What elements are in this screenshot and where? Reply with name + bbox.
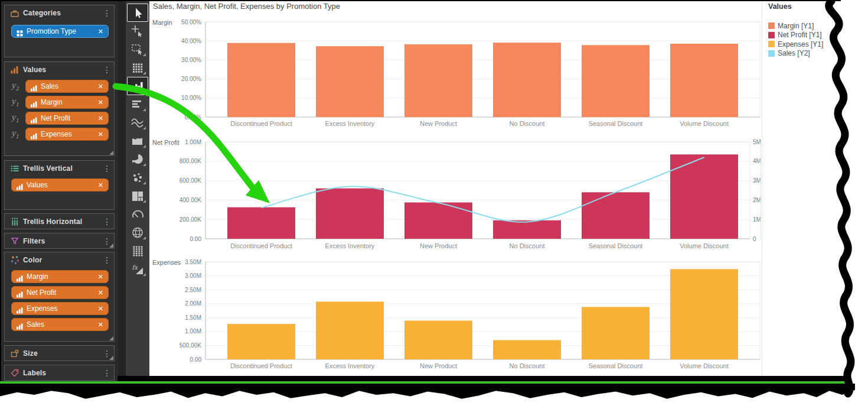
legend-swatch — [768, 32, 775, 38]
field-pill-sales[interactable]: Sales✕ — [25, 80, 109, 93]
expenses-bar-4[interactable] — [582, 307, 650, 359]
field-pill-margin[interactable]: Margin✕ — [11, 270, 109, 283]
panel-resize-corner[interactable] — [109, 244, 113, 248]
submenu-corner-icon — [143, 181, 146, 184]
field-pill-label: Net Profit — [41, 114, 92, 122]
y-tick-label: 2.50M — [185, 287, 201, 293]
legend-item[interactable]: Sales [Y2] — [768, 49, 823, 59]
svg-text:fx: fx — [132, 264, 139, 271]
margin-bar-2[interactable] — [404, 44, 472, 117]
tag-icon — [10, 368, 19, 378]
x-category-label: Volume Discount — [680, 242, 729, 249]
y-tick-label: 500.00K — [180, 342, 202, 349]
toolbar-grid-view[interactable] — [126, 59, 149, 77]
field-pill-sales[interactable]: Sales✕ — [11, 318, 109, 331]
chart-canvas: Sales, Margin, Net Profit, Expenses by P… — [149, 0, 762, 376]
toolbar-pictograph-chart[interactable] — [126, 242, 149, 260]
x-category-label: Discontinued Product — [230, 362, 292, 369]
remove-field-icon[interactable]: ✕ — [96, 273, 103, 281]
toolbar-column-chart[interactable] — [126, 77, 149, 95]
expenses-bar-0[interactable] — [227, 324, 295, 359]
remove-field-icon[interactable]: ✕ — [96, 305, 103, 313]
legend-item[interactable]: Margin [Y1] — [768, 21, 823, 31]
field-pill-expenses[interactable]: Expenses✕ — [11, 302, 109, 315]
x-category-label: Excess Inventory — [325, 242, 375, 249]
margin-bar-3[interactable] — [493, 43, 561, 117]
panel-categories: Categories⋮Promotion Type✕ — [4, 5, 115, 57]
field-pill-label: Values — [27, 181, 92, 189]
expenses-bar-5[interactable] — [670, 269, 738, 359]
remove-field-icon[interactable]: ✕ — [96, 99, 103, 106]
panel-resize-corner[interactable] — [109, 356, 113, 360]
toolbar-map-chart[interactable] — [126, 223, 149, 242]
net-profit-bar-0[interactable] — [227, 207, 295, 239]
net-profit-bar-2[interactable] — [404, 203, 472, 239]
trellis-axis-name: Expenses — [152, 259, 181, 266]
y2-tick-label: 3M — [753, 177, 761, 184]
toolbar-treemap-chart[interactable] — [126, 187, 149, 205]
net-profit-bar-3[interactable] — [493, 220, 561, 239]
panel-header-size: Size⋮ — [5, 346, 114, 361]
margin-bar-1[interactable] — [316, 46, 384, 117]
field-pill-margin[interactable]: Margin✕ — [25, 96, 109, 109]
field-row: Values✕ — [11, 178, 109, 191]
values-bars-icon — [10, 65, 19, 74]
panel-resize-corner[interactable] — [109, 151, 113, 155]
y-tick-label: 10.00% — [181, 95, 201, 101]
legend-swatch — [768, 41, 775, 47]
panel-header-color: Color⋮ — [5, 252, 114, 267]
toolbar-pie-chart[interactable] — [126, 150, 149, 168]
legend-label: Expenses [Y1] — [778, 40, 823, 48]
field-row: Expenses✕ — [11, 302, 109, 315]
toolbar-point-select-tool[interactable] — [126, 22, 149, 40]
toolbar-select-tool[interactable] — [126, 4, 149, 22]
legend-item[interactable]: Net Profit [Y1] — [768, 31, 823, 40]
panel-resize-corner[interactable] — [109, 336, 113, 340]
margin-bar-5[interactable] — [670, 44, 738, 117]
y-tick-label: 2.00M — [185, 300, 201, 307]
toolbar-scatter-chart[interactable] — [126, 168, 149, 187]
panel-menu-icon[interactable]: ⋮ — [102, 9, 112, 17]
field-pill-expenses[interactable]: Expenses✕ — [25, 128, 109, 141]
legend-swatch — [768, 22, 775, 29]
margin-bar-4[interactable] — [582, 45, 650, 117]
remove-field-icon[interactable]: ✕ — [96, 321, 103, 329]
expenses-bar-2[interactable] — [404, 321, 472, 360]
toolbar-lasso-select-tool[interactable] — [126, 40, 149, 59]
toolbar-bar-chart[interactable] — [126, 95, 149, 113]
remove-field-icon[interactable]: ✕ — [96, 181, 103, 189]
field-pill-values[interactable]: Values✕ — [11, 178, 109, 191]
net-profit-bar-4[interactable] — [582, 192, 650, 239]
field-pill-net-profit[interactable]: Net Profit✕ — [25, 112, 109, 125]
panel-menu-icon[interactable]: ⋮ — [102, 218, 112, 226]
toolbar-gauge-chart[interactable] — [126, 205, 149, 223]
remove-field-icon[interactable]: ✕ — [96, 289, 103, 297]
legend-item[interactable]: Expenses [Y1] — [768, 40, 823, 49]
toolbar-line-chart[interactable] — [126, 113, 149, 132]
toolbar-area-chart[interactable] — [126, 132, 149, 150]
field-pill-net-profit[interactable]: Net Profit✕ — [11, 286, 109, 299]
panel-header-labels: Labels⋮ — [5, 365, 114, 380]
expenses-bar-3[interactable] — [493, 340, 561, 360]
toolbar-calculated-chart[interactable]: fx — [126, 260, 149, 278]
margin-bar-0[interactable] — [227, 43, 295, 117]
axis-assignment-label: y1 — [11, 129, 25, 139]
remove-field-icon[interactable]: ✕ — [96, 115, 103, 122]
remove-field-icon[interactable]: ✕ — [96, 28, 103, 35]
panel-menu-icon[interactable]: ⋮ — [102, 256, 112, 264]
remove-field-icon[interactable]: ✕ — [96, 83, 103, 90]
x-category-label: No Discount — [510, 242, 545, 249]
crosshair-pointer-icon — [130, 24, 145, 38]
panel-size: Size⋮ — [4, 345, 115, 361]
panel-menu-icon[interactable]: ⋮ — [102, 164, 112, 173]
panel-menu-icon[interactable]: ⋮ — [102, 369, 112, 377]
field-pill-promotion-type[interactable]: Promotion Type✕ — [11, 25, 109, 38]
x-category-label: No Discount — [510, 362, 545, 369]
y-tick-label: 40.00% — [181, 38, 201, 44]
net-profit-bar-1[interactable] — [316, 189, 384, 239]
panel-menu-icon[interactable]: ⋮ — [102, 66, 112, 74]
expenses-bar-1[interactable] — [316, 301, 384, 359]
remove-field-icon[interactable]: ✕ — [96, 131, 103, 138]
field-row: Net Profit✕ — [11, 286, 109, 299]
panel-title: Trellis Horizontal — [23, 218, 102, 226]
